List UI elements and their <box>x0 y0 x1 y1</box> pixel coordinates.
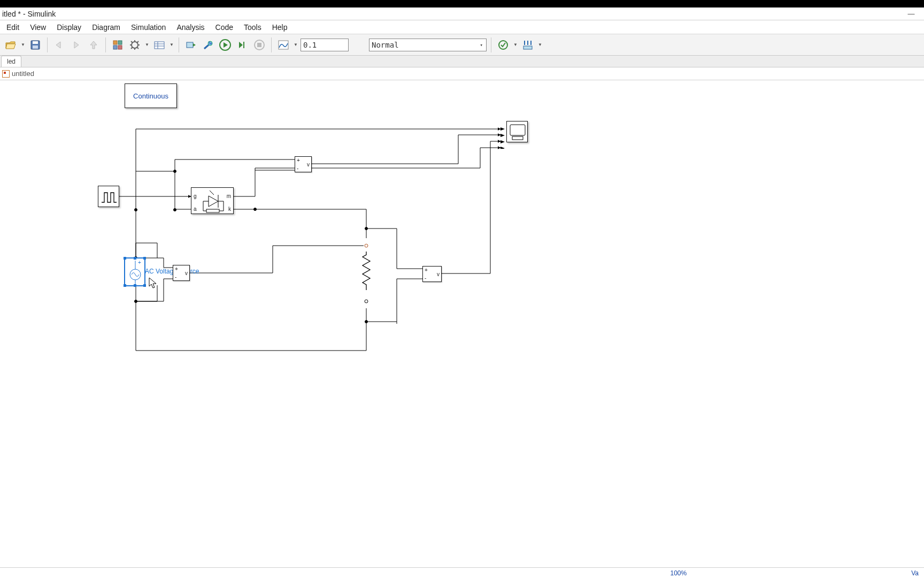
ac-voltage-source-label[interactable]: AC Voltage Source <box>145 268 199 275</box>
svg-line-14 <box>131 47 133 49</box>
svg-rect-1 <box>33 41 38 44</box>
stop-time-input[interactable] <box>301 39 349 51</box>
stop-button[interactable] <box>252 37 267 52</box>
menu-simulation[interactable]: Simulation <box>126 20 171 34</box>
breadcrumb: untitled <box>0 67 924 80</box>
menu-display[interactable]: Display <box>51 20 87 34</box>
toolbar: ▼ ▼ ▼ ▼ Normal <box>0 34 924 56</box>
svg-rect-2 <box>33 45 38 49</box>
explorer-dropdown[interactable]: ▼ <box>169 37 174 52</box>
status-bar: 100% Va <box>0 567 924 578</box>
svg-rect-25 <box>257 43 261 47</box>
advisor-check-button[interactable] <box>496 37 511 52</box>
back-button[interactable] <box>52 37 67 52</box>
window-title: itled * - Simulink <box>2 10 56 18</box>
svg-line-13 <box>137 47 139 49</box>
svg-rect-23 <box>243 42 244 48</box>
voltage-measurement-2-block[interactable]: + - v <box>173 265 190 281</box>
signal-dropdown[interactable]: ▼ <box>293 37 298 52</box>
step-forward-button[interactable] <box>235 37 250 52</box>
svg-rect-48 <box>510 125 525 135</box>
logic-dropdown[interactable]: ▼ <box>537 37 543 52</box>
simulation-mode-select[interactable]: Normal <box>369 39 487 51</box>
menu-code[interactable]: Code <box>210 20 238 34</box>
powergui-block[interactable]: Continuous <box>125 83 177 108</box>
model-canvas[interactable]: Continuous g a m k + <box>0 80 924 567</box>
menu-help[interactable]: Help <box>267 20 293 34</box>
scope-block[interactable] <box>506 121 528 142</box>
thyristor-block[interactable]: g a m k <box>191 187 234 214</box>
svg-rect-31 <box>523 46 532 49</box>
svg-rect-3 <box>113 41 117 44</box>
ac-voltage-source-block[interactable]: + <box>125 258 145 286</box>
model-tab-bar: led <box>0 56 924 67</box>
menu-view[interactable]: View <box>25 20 51 34</box>
svg-rect-20 <box>187 42 193 48</box>
svg-point-41 <box>365 300 368 303</box>
logic-analyzer-button[interactable] <box>520 37 535 52</box>
window-titlebar: itled * - Simulink — <box>0 7 924 20</box>
menu-analysis[interactable]: Analysis <box>171 20 210 34</box>
menu-edit[interactable]: Edit <box>1 20 25 34</box>
status-right-label: Va <box>911 569 919 577</box>
svg-rect-5 <box>113 45 117 49</box>
svg-point-7 <box>132 42 138 48</box>
svg-rect-4 <box>118 41 122 44</box>
build-button[interactable] <box>201 37 215 52</box>
svg-text:+: + <box>138 260 141 265</box>
svg-rect-16 <box>155 42 164 49</box>
svg-line-15 <box>137 41 139 43</box>
menu-diagram[interactable]: Diagram <box>87 20 126 34</box>
model-tab[interactable]: led <box>1 56 21 67</box>
svg-rect-6 <box>118 45 122 49</box>
up-button[interactable] <box>86 37 101 52</box>
open-dropdown[interactable]: ▼ <box>20 37 26 52</box>
advisor-dropdown[interactable]: ▼ <box>513 37 518 52</box>
mouse-cursor-icon <box>149 277 158 289</box>
voltage-measurement-3-block[interactable]: + - v <box>422 266 442 282</box>
svg-point-40 <box>365 244 368 247</box>
update-diagram-button[interactable] <box>183 37 198 52</box>
settings-dropdown[interactable]: ▼ <box>144 37 150 52</box>
voltage-measurement-1-block[interactable]: + - v <box>295 156 312 172</box>
menu-tools[interactable]: Tools <box>238 20 267 34</box>
open-button[interactable] <box>3 37 18 52</box>
signal-record-button[interactable] <box>276 37 291 52</box>
run-button[interactable] <box>218 37 233 52</box>
breadcrumb-model-name[interactable]: untitled <box>12 70 34 78</box>
model-explorer-button[interactable] <box>152 37 167 52</box>
svg-rect-49 <box>512 136 523 140</box>
svg-line-12 <box>131 41 133 43</box>
model-icon <box>2 70 10 78</box>
pulse-generator-block[interactable] <box>98 186 119 207</box>
svg-rect-43 <box>206 209 219 212</box>
library-browser-button[interactable] <box>110 37 125 52</box>
menu-bar: Edit View Display Diagram Simulation Ana… <box>0 20 924 34</box>
minimize-button[interactable]: — <box>900 8 922 20</box>
save-button[interactable] <box>28 37 43 52</box>
zoom-level[interactable]: 100% <box>671 569 687 577</box>
forward-button[interactable] <box>69 37 84 52</box>
model-settings-button[interactable] <box>127 37 142 52</box>
